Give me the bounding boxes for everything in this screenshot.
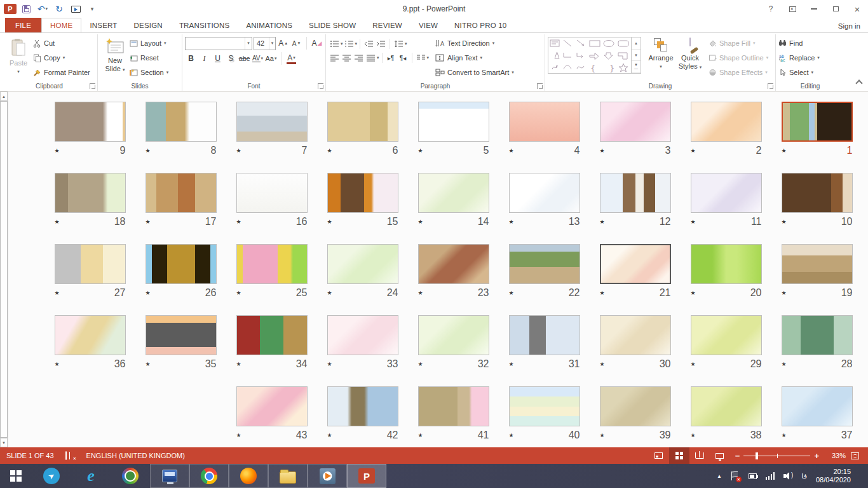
section-dropdown[interactable]: ▾	[166, 70, 169, 75]
tab-design[interactable]: DESIGN	[126, 18, 171, 32]
strikethrough-button[interactable]: abc	[238, 52, 250, 65]
underline-button[interactable]: U	[212, 52, 224, 65]
format-painter-button[interactable]: Format Painter	[33, 66, 90, 79]
slide-thumbnail[interactable]	[782, 315, 853, 355]
slide-thumbnail[interactable]	[327, 102, 398, 142]
transition-star-icon[interactable]: ★	[782, 290, 787, 296]
taskbar-telegram-icon[interactable]	[32, 464, 71, 488]
transition-star-icon[interactable]: ★	[418, 147, 423, 154]
shapes-gallery[interactable]: { } ▲ ▼ ▼—	[548, 37, 641, 74]
close-icon[interactable]: ×	[846, 0, 868, 18]
scroll-up-icon[interactable]: ▲	[0, 92, 8, 101]
slide-thumbnail[interactable]	[418, 173, 489, 213]
slide-thumbnail[interactable]	[782, 173, 853, 213]
select-button[interactable]: Select ▾	[778, 66, 820, 79]
slide-thumbnail[interactable]	[55, 244, 126, 284]
transition-star-icon[interactable]: ★	[600, 432, 605, 438]
powerpoint-logo-icon[interactable]: P	[4, 4, 17, 14]
align-right-button[interactable]	[353, 51, 365, 64]
transition-star-icon[interactable]: ★	[509, 147, 514, 154]
help-icon[interactable]: ?	[760, 0, 782, 18]
taskbar-remote-desktop-icon[interactable]	[150, 464, 189, 488]
slide-thumbnail[interactable]	[236, 173, 308, 213]
transition-star-icon[interactable]: ★	[55, 290, 60, 296]
justify-button[interactable]	[365, 51, 377, 64]
taskbar-powerpoint-icon[interactable]: P	[347, 464, 386, 488]
spell-check-icon[interactable]: ×	[65, 452, 75, 459]
align-text-button[interactable]: Align Text▾	[435, 51, 514, 64]
italic-button[interactable]: I	[198, 52, 210, 65]
slide-sorter-view-icon[interactable]	[669, 447, 689, 464]
hidden-icons-arrow-icon[interactable]: ▲	[717, 473, 722, 479]
slide-thumbnail[interactable]	[691, 244, 762, 284]
transition-star-icon[interactable]: ★	[327, 290, 332, 296]
font-dialog-launcher-icon[interactable]	[318, 83, 323, 89]
slide-thumbnail[interactable]	[691, 102, 762, 142]
slide-thumbnail[interactable]	[236, 386, 308, 426]
slide-thumbnail[interactable]	[327, 244, 398, 284]
clock[interactable]: 20:15 08/04/2020	[816, 468, 851, 484]
transition-star-icon[interactable]: ★	[146, 361, 151, 367]
transition-star-icon[interactable]: ★	[418, 432, 423, 438]
vertical-scrollbar[interactable]: ▲ ▼	[0, 92, 8, 447]
slide-thumbnail[interactable]	[782, 244, 853, 284]
quick-styles-button[interactable]: QuickStyles ▾	[675, 36, 705, 81]
slide-thumbnail[interactable]	[600, 102, 671, 142]
font-name-combo[interactable]: ▾	[185, 37, 252, 50]
restore-icon[interactable]	[825, 0, 846, 18]
transition-star-icon[interactable]: ★	[418, 290, 423, 296]
change-case-button[interactable]: Aa▾	[265, 52, 277, 65]
transition-star-icon[interactable]: ★	[782, 432, 787, 438]
clipboard-dialog-launcher-icon[interactable]	[90, 83, 95, 89]
slide-thumbnail[interactable]	[782, 102, 853, 142]
transition-star-icon[interactable]: ★	[691, 361, 696, 367]
taskbar-chrome-icon[interactable]	[189, 464, 229, 488]
transition-star-icon[interactable]: ★	[782, 361, 787, 367]
bullets-button[interactable]	[329, 37, 341, 50]
transition-star-icon[interactable]: ★	[236, 147, 241, 154]
left-to-right-text-button[interactable]: ▸¶	[385, 51, 397, 64]
taskbar-idm-icon[interactable]	[111, 464, 150, 488]
input-language-indicator[interactable]: فا	[801, 472, 807, 480]
slide-thumbnail[interactable]	[782, 386, 853, 426]
slide-thumbnail[interactable]	[146, 244, 217, 284]
transition-star-icon[interactable]: ★	[509, 219, 514, 225]
slide-show-view-icon[interactable]	[710, 447, 730, 464]
tab-insert[interactable]: INSERT	[81, 18, 125, 32]
transition-star-icon[interactable]: ★	[509, 361, 514, 367]
clear-formatting-button[interactable]: A◢	[311, 37, 323, 50]
ribbon-display-options-icon[interactable]	[782, 0, 803, 18]
convert-to-smartart-button[interactable]: Convert to SmartArt▾	[435, 66, 514, 79]
slide-thumbnail[interactable]	[55, 173, 126, 213]
transition-star-icon[interactable]: ★	[600, 219, 605, 225]
redo-icon[interactable]: ↻	[52, 3, 66, 15]
transition-star-icon[interactable]: ★	[327, 432, 332, 438]
slide-thumbnail[interactable]	[600, 173, 671, 213]
slide-thumbnail[interactable]	[146, 315, 217, 355]
network-signal-icon[interactable]	[766, 472, 775, 480]
customize-quick-access-icon[interactable]: ▾	[85, 3, 99, 15]
slide-thumbnail[interactable]	[418, 386, 489, 426]
shapes-gallery-scroll[interactable]: ▲ ▼ ▼—	[631, 37, 641, 73]
reading-view-icon[interactable]	[689, 447, 710, 464]
tab-slide-show[interactable]: SLIDE SHOW	[301, 18, 364, 32]
shapes-gallery-items[interactable]: { }	[548, 37, 631, 73]
save-icon[interactable]	[19, 3, 33, 15]
scrollbar-thumb[interactable]	[0, 101, 8, 438]
slide-thumbnail[interactable]	[509, 386, 580, 426]
find-button[interactable]: Find	[778, 37, 820, 50]
transition-star-icon[interactable]: ★	[691, 290, 696, 296]
slide-thumbnail[interactable]	[236, 315, 308, 355]
copy-button[interactable]: Copy ▾	[33, 51, 90, 64]
fit-slide-to-window-icon[interactable]	[851, 452, 859, 459]
zoom-in-icon[interactable]: +	[814, 451, 819, 461]
undo-icon[interactable]: ↶	[36, 3, 50, 15]
slide-thumbnail[interactable]	[509, 173, 580, 213]
zoom-out-icon[interactable]: −	[735, 451, 740, 461]
scroll-down-icon[interactable]: ▼	[0, 438, 8, 447]
slide-thumbnail[interactable]	[236, 102, 308, 142]
slide-thumbnail[interactable]	[146, 173, 217, 213]
volume-icon[interactable]	[783, 472, 792, 480]
shapes-more-icon[interactable]: ▼—	[632, 61, 641, 73]
right-to-left-text-button[interactable]: ¶◂	[397, 51, 409, 64]
